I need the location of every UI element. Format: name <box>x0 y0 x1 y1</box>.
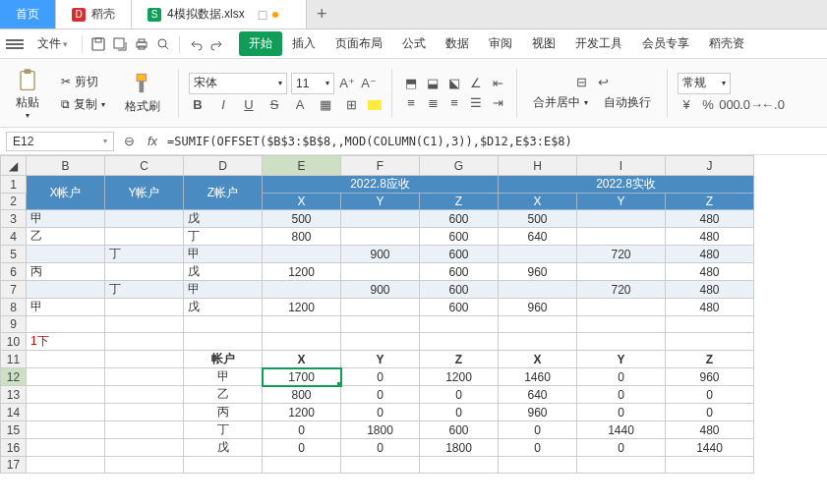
menutab-member[interactable]: 会员专享 <box>632 31 699 56</box>
cell[interactable] <box>105 439 184 457</box>
tab-home[interactable]: 首页 <box>0 0 56 28</box>
paste-button[interactable]: 粘贴▾ <box>10 65 45 122</box>
select-all-corner[interactable]: ◢ <box>1 156 27 176</box>
menutab-start[interactable]: 开始 <box>239 31 282 56</box>
cell[interactable] <box>341 299 420 316</box>
cell[interactable] <box>263 333 341 351</box>
cell[interactable] <box>577 228 666 246</box>
cell[interactable]: X <box>263 194 341 210</box>
file-menu[interactable]: 文件▾ <box>30 33 76 54</box>
cell[interactable] <box>27 421 105 439</box>
cell[interactable]: 960 <box>499 299 577 316</box>
menutab-insert[interactable]: 插入 <box>282 31 325 56</box>
cell[interactable]: 0 <box>666 386 754 404</box>
cell[interactable] <box>666 457 754 474</box>
dec-inc-icon[interactable]: .0→ <box>742 96 760 114</box>
cell[interactable] <box>420 333 499 351</box>
font-color-icon[interactable]: A <box>291 96 309 114</box>
tab-file[interactable]: S 4模拟数据.xlsx □ <box>132 0 307 28</box>
cell[interactable] <box>263 316 341 333</box>
name-box[interactable]: E12▾ <box>6 132 114 151</box>
cell[interactable]: X <box>263 351 341 368</box>
menutab-view[interactable]: 视图 <box>522 31 565 56</box>
cell[interactable]: Y <box>577 351 666 368</box>
bold-icon[interactable]: B <box>189 96 207 114</box>
cell[interactable] <box>577 210 666 228</box>
row-header[interactable]: 1 <box>1 176 27 194</box>
col-header[interactable]: I <box>577 156 666 176</box>
cell[interactable]: 丁 <box>105 281 184 299</box>
cell[interactable]: 丙 <box>184 404 263 421</box>
spreadsheet-grid[interactable]: ◢ B C D E F G H I J 1X帐户Y帐户Z帐户2022.8应收20… <box>0 155 754 474</box>
menutab-review[interactable]: 审阅 <box>479 31 522 56</box>
row-header[interactable]: 14 <box>1 404 27 421</box>
row-header[interactable]: 11 <box>1 351 27 368</box>
cell[interactable] <box>420 316 499 333</box>
cell[interactable]: 1200 <box>420 368 499 386</box>
cell[interactable]: 戊 <box>184 210 263 228</box>
border-icon[interactable]: ⊞ <box>342 96 360 114</box>
close-icon[interactable]: □ <box>259 7 266 23</box>
cell[interactable] <box>105 333 184 351</box>
col-header[interactable]: B <box>27 156 105 176</box>
undo-icon[interactable] <box>186 34 206 54</box>
redo-icon[interactable] <box>207 34 227 54</box>
copy-button[interactable]: ⧉复制▾ <box>55 94 111 115</box>
cell[interactable] <box>105 351 184 368</box>
cell[interactable]: 480 <box>666 281 754 299</box>
cell[interactable]: 600 <box>420 421 499 439</box>
cell[interactable]: 720 <box>577 281 666 299</box>
cancel-icon[interactable]: ⊖ <box>120 133 138 150</box>
cell[interactable] <box>105 316 184 333</box>
cell[interactable] <box>105 386 184 404</box>
cell[interactable] <box>341 316 420 333</box>
row-header[interactable]: 2 <box>1 194 27 210</box>
align-bot-icon[interactable]: ⬕ <box>445 75 463 92</box>
justify-icon[interactable]: ☰ <box>467 94 485 112</box>
cell[interactable]: 0 <box>420 404 499 421</box>
align-right-icon[interactable]: ≡ <box>445 94 463 112</box>
cell[interactable] <box>499 333 577 351</box>
row-header[interactable]: 15 <box>1 421 27 439</box>
cell[interactable]: 乙 <box>184 386 263 404</box>
row-header[interactable]: 7 <box>1 281 27 299</box>
cell[interactable]: 900 <box>341 246 420 263</box>
cell[interactable] <box>341 263 420 281</box>
cell[interactable]: 甲 <box>27 210 105 228</box>
cell[interactable]: 1460 <box>499 368 577 386</box>
cell[interactable]: 720 <box>577 246 666 263</box>
save-as-icon[interactable] <box>110 34 130 54</box>
row-header[interactable]: 9 <box>1 316 27 333</box>
cell[interactable]: 640 <box>499 386 577 404</box>
cell[interactable]: 960 <box>666 368 754 386</box>
cell[interactable] <box>499 246 577 263</box>
cell[interactable] <box>27 439 105 457</box>
cell[interactable]: X <box>499 194 577 210</box>
cell[interactable]: 1800 <box>341 421 420 439</box>
col-header[interactable]: D <box>184 156 263 176</box>
row-header[interactable]: 4 <box>1 228 27 246</box>
cell[interactable] <box>341 228 420 246</box>
cell[interactable] <box>105 368 184 386</box>
cell[interactable] <box>27 316 105 333</box>
underline-icon[interactable]: U <box>240 96 258 114</box>
size-select[interactable]: 11▾ <box>291 73 334 94</box>
cell[interactable]: 480 <box>666 210 754 228</box>
menutab-dev[interactable]: 开发工具 <box>565 31 632 56</box>
menutab-data[interactable]: 数据 <box>436 31 479 56</box>
cell[interactable]: 500 <box>499 210 577 228</box>
col-header[interactable]: J <box>666 156 754 176</box>
cell[interactable]: Z <box>420 351 499 368</box>
cell[interactable]: 1200 <box>263 404 341 421</box>
cell[interactable] <box>105 210 184 228</box>
cell[interactable] <box>577 316 666 333</box>
cell[interactable]: 800 <box>263 386 341 404</box>
cell[interactable]: 0 <box>341 404 420 421</box>
row-header[interactable]: 8 <box>1 299 27 316</box>
row-header[interactable]: 17 <box>1 457 27 474</box>
cell[interactable]: 0 <box>577 439 666 457</box>
cell[interactable]: Y <box>341 351 420 368</box>
fill-color-icon[interactable]: ▦ <box>317 96 334 114</box>
cell[interactable]: 1440 <box>666 439 754 457</box>
col-header[interactable]: C <box>105 156 184 176</box>
